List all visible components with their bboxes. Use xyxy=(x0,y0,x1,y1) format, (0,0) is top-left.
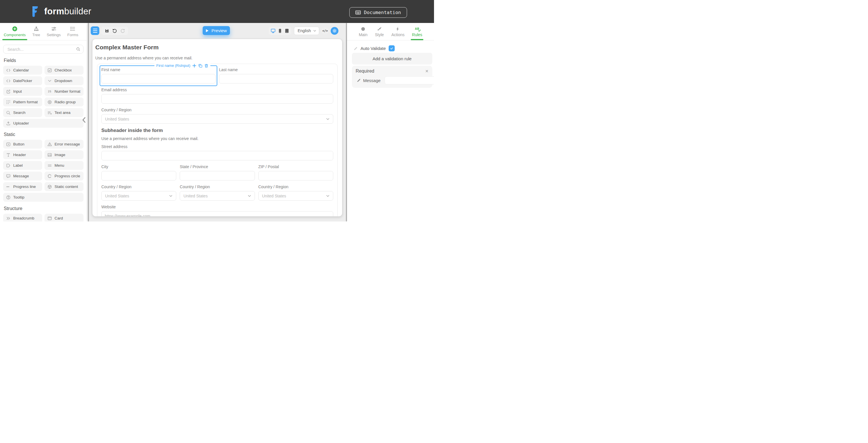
radio-icon xyxy=(48,100,52,104)
field-country-main[interactable]: Country / Region United States xyxy=(101,107,333,124)
component-item-radio-group[interactable]: Radio group xyxy=(44,98,84,106)
components-sidebar: ComponentsTreeSettingsForms FieldsCalend… xyxy=(0,23,87,222)
inspector-tab-main[interactable]: Main xyxy=(359,23,367,40)
tablet-preview-button[interactable] xyxy=(284,28,289,33)
inspector-tab-actions[interactable]: Actions xyxy=(391,23,404,40)
rule-message-input[interactable] xyxy=(384,76,434,84)
component-item-checkbox[interactable]: Checkbox xyxy=(44,66,84,74)
language-select[interactable]: English xyxy=(294,27,319,35)
field-state[interactable]: State / Province xyxy=(180,164,255,181)
remove-rule-button[interactable]: ✕ xyxy=(425,69,429,73)
component-item-menu[interactable]: Menu xyxy=(44,161,84,170)
component-item-static-content[interactable]: Static content xyxy=(44,182,84,191)
component-label: Image xyxy=(55,153,65,157)
edit-icon xyxy=(6,89,11,94)
component-item-button[interactable]: Button xyxy=(3,140,42,149)
field-zip[interactable]: ZIP / Postal xyxy=(258,164,333,181)
component-item-message[interactable]: Message xyxy=(3,171,42,181)
view-code-button[interactable]: </> xyxy=(321,27,329,35)
component-item-progress-circle[interactable]: Progress circle xyxy=(44,171,84,181)
search-icon xyxy=(6,110,11,115)
sidebar-tab-tree[interactable]: Tree xyxy=(32,23,40,40)
form-description: Use a permanent address where you can re… xyxy=(95,56,339,60)
chevron-down-icon xyxy=(169,195,173,197)
code-icon xyxy=(6,68,11,72)
documentation-button[interactable]: Documentation xyxy=(349,7,407,18)
spellcheck-icon: AB xyxy=(414,26,420,32)
desktop-preview-button[interactable] xyxy=(271,28,276,33)
country-select[interactable]: United States xyxy=(101,114,333,124)
component-item-calendar[interactable]: Calendar xyxy=(3,66,42,74)
add-component-button[interactable] xyxy=(192,64,196,68)
collapse-left-panel-button[interactable] xyxy=(82,117,87,123)
country-c-select[interactable]: United States xyxy=(258,191,333,200)
zip-input[interactable] xyxy=(258,171,333,181)
first-name-input[interactable] xyxy=(101,74,216,84)
last-name-input[interactable] xyxy=(219,74,333,84)
field-last-name[interactable]: Last name xyxy=(219,67,333,84)
field-city[interactable]: City xyxy=(101,164,176,181)
component-item-input[interactable]: Input xyxy=(3,87,42,96)
preview-button[interactable]: Preview xyxy=(203,26,230,35)
country-a-select[interactable]: United States xyxy=(101,191,176,200)
sidebar-tab-components[interactable]: Components xyxy=(4,23,26,40)
gear-icon xyxy=(332,28,337,33)
field-country-a[interactable]: Country / Region United States xyxy=(101,185,176,200)
field-street[interactable]: Street address xyxy=(101,144,333,160)
component-label: Error message xyxy=(55,142,80,146)
tab-label: Forms xyxy=(67,33,79,37)
component-item-tooltip[interactable]: Tooltip xyxy=(3,193,84,202)
undo-button[interactable] xyxy=(112,28,117,33)
save-button[interactable] xyxy=(104,28,110,33)
language-value: English xyxy=(298,28,311,33)
country-b-select[interactable]: United States xyxy=(180,191,255,200)
inspector-tab-style[interactable]: Style xyxy=(375,23,384,40)
component-item-uploader[interactable]: Uploader xyxy=(3,119,84,128)
component-item-header[interactable]: Header xyxy=(3,150,42,159)
sidebar-tab-forms[interactable]: Forms xyxy=(67,23,79,40)
field-website[interactable]: Website xyxy=(101,204,333,217)
form-subheader-description: Use a permanent address where you can re… xyxy=(101,136,333,141)
email-input[interactable] xyxy=(101,94,333,103)
component-item-dropdown[interactable]: Dropdown xyxy=(44,76,84,85)
component-item-pattern-format[interactable]: Pattern format xyxy=(3,98,42,106)
street-input[interactable] xyxy=(101,151,333,160)
sidebar-sections: FieldsCalendarCheckboxDatePickerDropdown… xyxy=(3,58,84,222)
field-country-b[interactable]: Country / Region United States xyxy=(180,185,255,200)
component-item-search[interactable]: Search xyxy=(3,108,42,117)
component-label: Tooltip xyxy=(13,195,24,199)
delete-component-button[interactable] xyxy=(205,64,208,68)
component-item-number-format[interactable]: 25Number format xyxy=(44,87,84,96)
component-item-image[interactable]: Image xyxy=(44,150,84,159)
component-item-breadcrumb[interactable]: Breadcrumb xyxy=(3,214,42,222)
field-country-c[interactable]: Country / Region United States xyxy=(258,185,333,200)
component-item-error-message[interactable]: Error message xyxy=(44,140,84,149)
code-tags-icon: </> xyxy=(322,29,328,32)
component-item-card[interactable]: Card xyxy=(44,214,84,222)
component-item-label[interactable]: Label xyxy=(3,161,42,170)
inspector-tab-rules[interactable]: ABRules xyxy=(412,23,422,40)
component-label: Label xyxy=(13,163,23,167)
field-first-name[interactable]: First name (RsInput) First name xyxy=(101,67,216,84)
website-input[interactable] xyxy=(101,211,333,217)
menu-button[interactable] xyxy=(91,26,99,35)
desktop-icon xyxy=(271,28,276,33)
duplicate-component-button[interactable] xyxy=(198,64,203,68)
search-input[interactable] xyxy=(7,47,76,52)
phone-preview-button[interactable] xyxy=(278,28,282,33)
tag-icon xyxy=(6,163,11,168)
city-input[interactable] xyxy=(101,171,176,181)
field-email[interactable]: Email address xyxy=(101,88,333,103)
add-validation-rule-button[interactable]: Add a validation rule xyxy=(352,53,432,65)
website-label: Website xyxy=(101,204,333,210)
component-item-datepicker[interactable]: DatePicker xyxy=(3,76,42,85)
component-item-text-area[interactable]: Text area xyxy=(44,108,84,117)
redo-button[interactable] xyxy=(120,28,125,33)
sidebar-tab-settings[interactable]: Settings xyxy=(47,23,61,40)
settings-button[interactable] xyxy=(331,27,338,35)
state-input[interactable] xyxy=(180,171,255,181)
component-label: Message xyxy=(13,174,29,178)
component-item-progress-line[interactable]: Progress line xyxy=(3,182,42,191)
checkbox-icon xyxy=(48,68,52,72)
auto-validate-checkbox[interactable] xyxy=(389,45,395,51)
